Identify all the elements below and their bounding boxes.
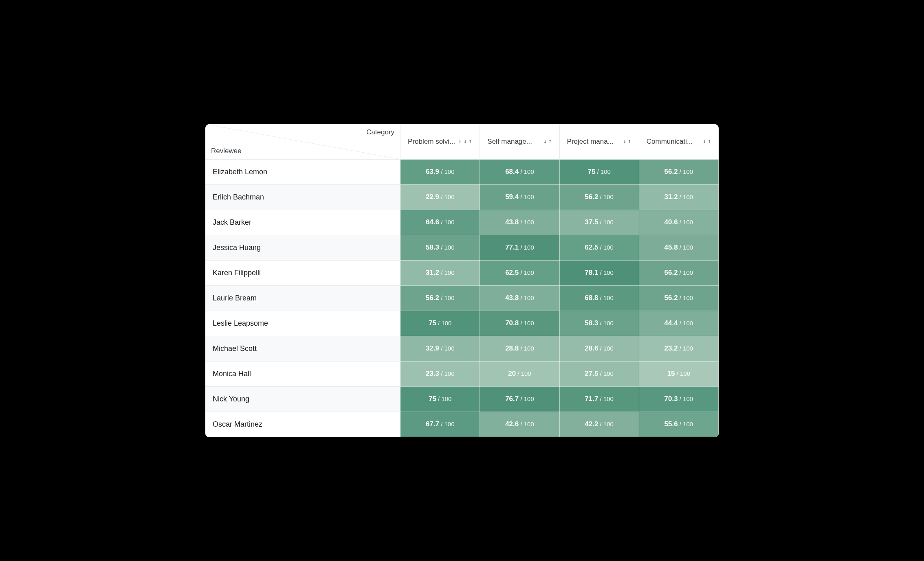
- score-value: 15: [667, 370, 675, 377]
- score-cell[interactable]: 28.6 / 100: [559, 336, 639, 361]
- score-cell[interactable]: 59.4 / 100: [480, 184, 559, 210]
- score-cell[interactable]: 22.9 / 100: [400, 184, 480, 210]
- sort-icon[interactable]: [623, 138, 633, 145]
- score-value: 23.2: [664, 344, 678, 352]
- score-cell[interactable]: 56.2 / 100: [639, 285, 718, 311]
- score-denominator: / 100: [439, 193, 455, 200]
- score-cell[interactable]: 23.3 / 100: [400, 361, 480, 386]
- score-cell[interactable]: 20 / 100: [480, 361, 559, 386]
- score-cell[interactable]: 43.8 / 100: [480, 285, 559, 311]
- score-denominator: / 100: [595, 168, 611, 175]
- score-value: 42.2: [585, 420, 598, 428]
- score-cell[interactable]: 32.9 / 100: [400, 336, 480, 361]
- score-denominator: / 100: [598, 269, 614, 276]
- score-cell[interactable]: 70.3 / 100: [639, 386, 718, 412]
- col-header-self-management[interactable]: Self manage...: [480, 124, 559, 160]
- score-cell[interactable]: 58.3 / 100: [400, 235, 480, 260]
- reviewee-name[interactable]: Monica Hall: [205, 361, 400, 386]
- table-row: Leslie Leapsome75 / 10070.8 / 10058.3 / …: [205, 311, 719, 336]
- score-denominator: / 100: [598, 421, 614, 427]
- reviewee-name[interactable]: Erlich Bachman: [205, 184, 400, 210]
- score-value: 23.3: [426, 370, 439, 377]
- col-header-project-management[interactable]: Project mana...: [559, 124, 639, 160]
- score-denominator: / 100: [439, 244, 455, 251]
- score-cell[interactable]: 62.5 / 100: [480, 260, 559, 285]
- score-value: 68.4: [505, 168, 519, 175]
- score-cell[interactable]: 43.8 / 100: [480, 210, 559, 235]
- score-cell[interactable]: 77.1 / 100: [480, 235, 559, 260]
- col-header-problem-solving[interactable]: Problem solvi...: [400, 124, 480, 160]
- score-cell[interactable]: 15 / 100: [639, 361, 718, 386]
- score-cell[interactable]: 28.8 / 100: [480, 336, 559, 361]
- sort-icon[interactable]: [458, 138, 474, 145]
- score-cell[interactable]: 56.2 / 100: [559, 184, 639, 210]
- score-cell[interactable]: 75 / 100: [400, 311, 480, 336]
- score-cell[interactable]: 63.9 / 100: [400, 159, 480, 184]
- reviewee-name[interactable]: Oscar Martinez: [205, 412, 400, 437]
- score-cell[interactable]: 56.2 / 100: [639, 159, 718, 184]
- score-cell[interactable]: 70.8 / 100: [480, 311, 559, 336]
- reviewee-name[interactable]: Jack Barker: [205, 210, 400, 235]
- score-denominator: / 100: [678, 193, 693, 200]
- score-denominator: / 100: [519, 244, 534, 251]
- score-cell[interactable]: 67.7 / 100: [400, 412, 480, 437]
- score-denominator: / 100: [519, 320, 534, 327]
- reviewee-name[interactable]: Nick Young: [205, 386, 400, 412]
- score-cell[interactable]: 68.8 / 100: [559, 285, 639, 311]
- reviewee-name[interactable]: Jessica Huang: [205, 235, 400, 260]
- table-row: Erlich Bachman22.9 / 10059.4 / 10056.2 /…: [205, 184, 719, 210]
- score-denominator: / 100: [439, 421, 455, 427]
- score-cell[interactable]: 64.6 / 100: [400, 210, 480, 235]
- reviewee-name[interactable]: Elizabeth Lemon: [205, 159, 400, 184]
- score-cell[interactable]: 75 / 100: [400, 386, 480, 412]
- reviewee-name[interactable]: Karen Filippelli: [205, 260, 400, 285]
- score-cell[interactable]: 75 / 100: [559, 159, 639, 184]
- score-cell[interactable]: 40.6 / 100: [639, 210, 718, 235]
- reviewee-name[interactable]: Michael Scott: [205, 336, 400, 361]
- score-cell[interactable]: 37.5 / 100: [559, 210, 639, 235]
- score-denominator: / 100: [598, 395, 614, 402]
- score-value: 22.9: [426, 193, 439, 201]
- score-cell[interactable]: 71.7 / 100: [559, 386, 639, 412]
- score-value: 45.8: [664, 243, 678, 251]
- score-denominator: / 100: [678, 395, 693, 402]
- score-cell[interactable]: 68.4 / 100: [480, 159, 559, 184]
- table-row: Nick Young75 / 10076.7 / 10071.7 / 10070…: [205, 386, 719, 412]
- score-denominator: / 100: [678, 168, 693, 175]
- score-denominator: / 100: [519, 421, 534, 427]
- score-cell[interactable]: 23.2 / 100: [639, 336, 718, 361]
- score-denominator: / 100: [598, 219, 614, 226]
- score-value: 56.2: [426, 294, 439, 302]
- score-cell[interactable]: 42.6 / 100: [480, 412, 559, 437]
- score-cell[interactable]: 55.6 / 100: [639, 412, 718, 437]
- sort-icon[interactable]: [702, 138, 713, 145]
- score-cell[interactable]: 44.4 / 100: [639, 311, 718, 336]
- score-cell[interactable]: 58.3 / 100: [559, 311, 639, 336]
- score-value: 62.5: [505, 269, 519, 276]
- score-denominator: / 100: [598, 370, 614, 377]
- score-denominator: / 100: [439, 269, 455, 276]
- score-denominator: / 100: [678, 320, 693, 327]
- score-value: 31.2: [426, 269, 439, 276]
- score-cell[interactable]: 56.2 / 100: [639, 260, 718, 285]
- score-cell[interactable]: 62.5 / 100: [559, 235, 639, 260]
- score-value: 56.2: [585, 193, 598, 201]
- score-cell[interactable]: 27.5 / 100: [559, 361, 639, 386]
- score-cell[interactable]: 45.8 / 100: [639, 235, 718, 260]
- score-value: 75: [429, 395, 436, 403]
- score-cell[interactable]: 76.7 / 100: [480, 386, 559, 412]
- score-denominator: / 100: [678, 219, 693, 226]
- score-cell[interactable]: 31.2 / 100: [639, 184, 718, 210]
- col-header-communication[interactable]: Communicati...: [639, 124, 718, 160]
- score-cell[interactable]: 31.2 / 100: [400, 260, 480, 285]
- score-cell[interactable]: 78.1 / 100: [559, 260, 639, 285]
- score-denominator: / 100: [598, 193, 614, 200]
- reviewee-name[interactable]: Laurie Bream: [205, 285, 400, 311]
- score-value: 75: [429, 319, 436, 327]
- sort-icon[interactable]: [543, 138, 554, 145]
- score-denominator: / 100: [598, 345, 614, 352]
- reviewee-name[interactable]: Leslie Leapsome: [205, 311, 400, 336]
- score-cell[interactable]: 42.2 / 100: [559, 412, 639, 437]
- score-denominator: / 100: [439, 370, 455, 377]
- score-cell[interactable]: 56.2 / 100: [400, 285, 480, 311]
